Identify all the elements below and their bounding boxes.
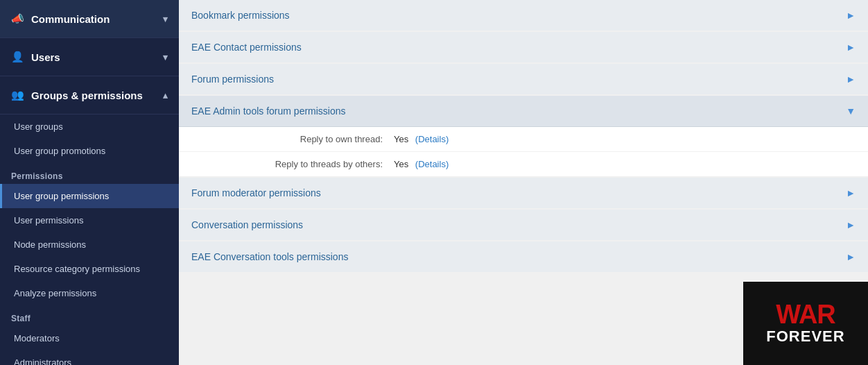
conversation-chevron-icon: ► [846, 219, 856, 230]
permissions-section-label: Permissions [0, 166, 179, 184]
sidebar-groups-permissions[interactable]: 👥 Groups & permissions ▴ [0, 76, 179, 114]
analyze-permissions-label: Analyze permissions [14, 288, 96, 298]
user-group-promotions-label: User group promotions [14, 146, 105, 156]
bookmark-permissions-row: Bookmark permissions ► [179, 0, 868, 31]
eae-admin-tools-title: EAE Admin tools forum permissions [191, 105, 346, 117]
sidebar-item-resource-category-permissions[interactable]: Resource category permissions [0, 257, 179, 281]
reply-others-thread-details-link[interactable]: (Details) [415, 159, 449, 169]
forum-permissions-header[interactable]: Forum permissions ► [179, 64, 868, 94]
communication-label: Communication [31, 13, 110, 25]
sidebar-communication[interactable]: 📣 Communication ▾ [0, 0, 179, 38]
groups-chevron: ▴ [163, 90, 168, 101]
administrators-label: Administrators [14, 357, 71, 365]
eae-admin-tools-row: EAE Admin tools forum permissions ▼ Repl… [179, 96, 868, 176]
eae-conversation-tools-header[interactable]: EAE Conversation tools permissions ► [179, 241, 868, 272]
user-groups-label: User groups [14, 121, 63, 132]
forever-text: FOREVER [766, 328, 844, 346]
war-text: WAR [766, 301, 844, 328]
war-forever-overlay: WAR FOREVER [743, 282, 868, 365]
conversation-permissions-title: Conversation permissions [191, 219, 303, 230]
conversation-permissions-header[interactable]: Conversation permissions ► [179, 210, 868, 240]
users-icon: 👤 [11, 51, 24, 63]
eae-conversation-tools-chevron-icon: ► [846, 251, 856, 262]
overlay-content: WAR FOREVER [766, 301, 844, 346]
reply-own-thread-details-link[interactable]: (Details) [415, 134, 449, 144]
reply-others-thread-value: Yes (Details) [394, 159, 449, 169]
sidebar-item-user-permissions[interactable]: User permissions [0, 208, 179, 232]
sidebar-item-moderators[interactable]: Moderators [0, 326, 179, 350]
sidebar-item-user-group-promotions[interactable]: User group promotions [0, 139, 179, 163]
user-permissions-label: User permissions [14, 215, 83, 226]
sidebar-item-administrators[interactable]: Administrators [0, 350, 179, 365]
bookmark-permissions-header[interactable]: Bookmark permissions ► [179, 0, 868, 31]
eae-conversation-tools-title: EAE Conversation tools permissions [191, 251, 348, 262]
reply-own-thread-value: Yes (Details) [394, 134, 449, 144]
user-group-permissions-label: User group permissions [14, 191, 109, 201]
reply-own-thread-label: Reply to own thread: [179, 134, 394, 144]
users-label: Users [31, 51, 60, 63]
sidebar-item-user-group-permissions[interactable]: User group permissions [0, 184, 179, 208]
reply-others-thread-label: Reply to threads by others: [179, 159, 394, 169]
sidebar: 📣 Communication ▾ 👤 Users ▾ 👥 Groups & p… [0, 0, 179, 365]
sidebar-item-user-groups[interactable]: User groups [0, 114, 179, 139]
node-permissions-label: Node permissions [14, 239, 86, 250]
eae-contact-permissions-title: EAE Contact permissions [191, 42, 302, 53]
forum-permissions-row: Forum permissions ► [179, 64, 868, 94]
eae-admin-tools-chevron-icon: ▼ [846, 105, 856, 117]
eae-admin-tools-header[interactable]: EAE Admin tools forum permissions ▼ [179, 96, 868, 127]
moderators-label: Moderators [14, 333, 60, 343]
forum-permissions-title: Forum permissions [191, 74, 274, 85]
eae-contact-chevron-icon: ► [846, 42, 856, 53]
sidebar-item-node-permissions[interactable]: Node permissions [0, 232, 179, 257]
forum-moderator-permissions-row: Forum moderator permissions ► [179, 178, 868, 208]
users-chevron: ▾ [163, 52, 168, 62]
groups-icon: 👥 [11, 89, 24, 101]
groups-permissions-label: Groups & permissions [31, 90, 143, 101]
eae-conversation-tools-row: EAE Conversation tools permissions ► [179, 241, 868, 272]
conversation-permissions-row: Conversation permissions ► [179, 210, 868, 240]
resource-category-permissions-label: Resource category permissions [14, 264, 140, 274]
forum-moderator-permissions-title: Forum moderator permissions [191, 187, 321, 198]
main-content: Bookmark permissions ► EAE Contact permi… [179, 0, 868, 365]
communication-icon: 📣 [11, 12, 24, 25]
sidebar-item-analyze-permissions[interactable]: Analyze permissions [0, 281, 179, 305]
reply-others-thread-row: Reply to threads by others: Yes (Details… [179, 152, 868, 176]
bookmark-permissions-title: Bookmark permissions [191, 10, 290, 21]
forum-moderator-chevron-icon: ► [846, 187, 856, 198]
eae-admin-tools-body: Reply to own thread: Yes (Details) Reply… [179, 127, 868, 176]
reply-own-thread-row: Reply to own thread: Yes (Details) [179, 127, 868, 152]
forum-chevron-icon: ► [846, 74, 856, 85]
forum-moderator-permissions-header[interactable]: Forum moderator permissions ► [179, 178, 868, 208]
sidebar-users[interactable]: 👤 Users ▾ [0, 38, 179, 76]
bookmark-chevron-icon: ► [846, 10, 856, 21]
eae-contact-permissions-header[interactable]: EAE Contact permissions ► [179, 32, 868, 62]
staff-section-label: Staff [0, 308, 179, 326]
communication-chevron: ▾ [163, 14, 168, 24]
eae-contact-permissions-row: EAE Contact permissions ► [179, 32, 868, 62]
